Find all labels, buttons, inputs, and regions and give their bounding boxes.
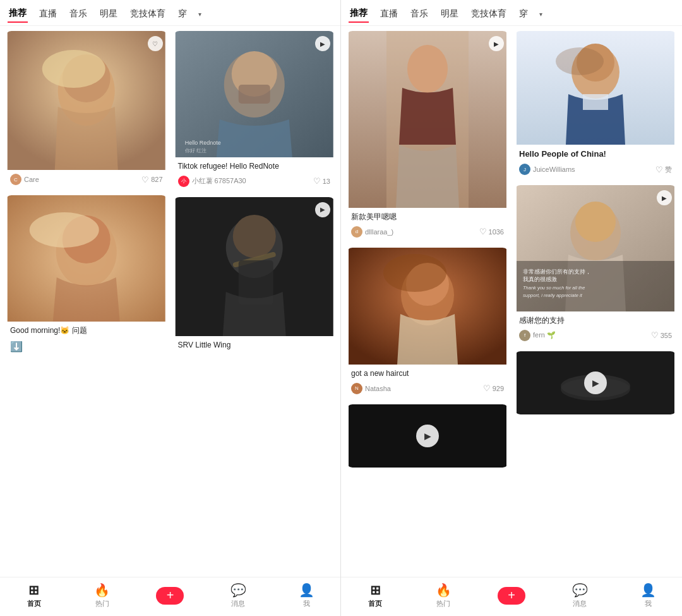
- svg-text:support, i really appreciate i: support, i really appreciate it: [523, 293, 583, 298]
- card-drum-video-wrapper: ▶: [514, 351, 677, 414]
- nav-直播-right[interactable]: 直播: [379, 6, 399, 22]
- card-tall-girl-author: d dlllaraa_): [351, 226, 393, 238]
- card-good-morning[interactable]: Good morning!🐱 问题 ⬇️: [5, 195, 168, 363]
- left-col-2: Hello Rednote 你好 红注 ▶ Tiktok refugee! He…: [173, 31, 336, 363]
- play-btn-dark-left[interactable]: ▶: [416, 425, 439, 447]
- card-good-morning-emoji: ⬇️: [10, 340, 163, 354]
- heart-icon-tall-girl: ♡: [479, 227, 487, 236]
- nav-推荐-right[interactable]: 推荐: [349, 5, 369, 23]
- home-icon-right: ⊞: [370, 583, 381, 598]
- nav-竞技体育-left[interactable]: 竞技体育: [129, 6, 167, 22]
- me-icon-left: 👤: [299, 583, 314, 598]
- card-bearded-man[interactable]: Hello Rednote 你好 红注 ▶ Tiktok refugee! He…: [173, 31, 336, 192]
- left-col-1: ♡ C Care ♡ 827: [5, 31, 168, 363]
- like-area-care[interactable]: ♡ 827: [141, 175, 162, 184]
- nav-穿-left[interactable]: 穿: [177, 6, 188, 22]
- nav-chevron-right[interactable]: ▾: [539, 11, 542, 18]
- svg-text:我真的很感激: 我真的很感激: [523, 276, 557, 282]
- avatar-natasha: N: [351, 383, 362, 394]
- card-haircut[interactable]: got a new haircut N Natasha ♡ 929: [346, 248, 509, 399]
- card-drum-video[interactable]: ▶: [514, 351, 677, 414]
- tab-hot-left[interactable]: 🔥 热门: [68, 583, 136, 608]
- card-hello-china[interactable]: Hello People of China! J JuiceWilliams ♡…: [514, 31, 677, 180]
- card-blonde-girl[interactable]: ♡ C Care ♡ 827: [5, 31, 168, 190]
- nav-推荐-left[interactable]: 推荐: [8, 5, 28, 23]
- nav-穿-right[interactable]: 穿: [518, 6, 529, 22]
- card-hello-china-image: [514, 31, 677, 145]
- play-btn-thank-you[interactable]: ▶: [657, 190, 672, 205]
- tab-me-right[interactable]: 👤 我: [614, 583, 682, 608]
- like-count-haircut: 929: [493, 385, 504, 392]
- avatar-fern: f: [519, 330, 530, 341]
- heart-btn-blonde[interactable]: ♡: [148, 36, 163, 51]
- like-count-bearded: 13: [323, 178, 330, 185]
- like-area-bearded[interactable]: ♡ 13: [313, 176, 330, 186]
- card-blonde-girl-img-wrapper: ♡: [5, 31, 168, 170]
- author-name-dlllaraa: dlllaraa_): [365, 228, 393, 236]
- author-name-juicewilliams: JuiceWilliams: [533, 166, 575, 173]
- like-area-tall-girl[interactable]: ♡ 1036: [479, 227, 504, 236]
- play-btn-drum[interactable]: ▶: [584, 371, 607, 394]
- card-bearded-man-image: Hello Rednote 你好 红注: [173, 31, 336, 157]
- card-thank-you-body: 感谢您的支持 f fern 🌱 ♡ 355: [514, 311, 677, 346]
- card-bearded-man-footer: 小 小红薯 67857A30 ♡ 13: [178, 176, 331, 187]
- play-btn-bearded[interactable]: ▶: [315, 36, 330, 51]
- play-btn-guitar[interactable]: ▶: [315, 202, 330, 217]
- nav-音乐-right[interactable]: 音乐: [409, 6, 429, 22]
- avatar-juicewilliams: J: [519, 164, 530, 175]
- nav-直播-left[interactable]: 直播: [38, 6, 58, 22]
- card-bearded-man-title: Tiktok refugee! Hello RedNote: [178, 161, 331, 172]
- tab-message-right[interactable]: 💬 消息: [546, 583, 614, 608]
- svg-point-3: [42, 50, 105, 88]
- right-tab-bar: ⊞ 首页 🔥 热门 + 💬 消息 👤 我: [341, 577, 682, 616]
- tab-me-left[interactable]: 👤 我: [272, 583, 340, 608]
- card-tall-girl[interactable]: ▶ 新款美甲嗯嗯 d dlllaraa_) ♡ 1036: [346, 31, 509, 243]
- play-btn-tall-girl[interactable]: ▶: [489, 36, 504, 51]
- right-col-2: Hello People of China! J JuiceWilliams ♡…: [514, 31, 677, 468]
- like-area-hello-china[interactable]: ♡ 赞: [655, 165, 672, 174]
- card-tall-girl-body: 新款美甲嗯嗯 d dlllaraa_) ♡ 1036: [346, 208, 509, 243]
- tab-hot-label-left: 热门: [95, 599, 109, 608]
- tab-hot-label-right: 热门: [436, 599, 450, 608]
- like-area-haircut[interactable]: ♡ 929: [483, 383, 504, 393]
- tab-home-left[interactable]: ⊞ 首页: [0, 583, 68, 608]
- tab-message-left[interactable]: 💬 消息: [204, 583, 272, 608]
- card-haircut-image: [346, 248, 509, 365]
- card-good-morning-image: [5, 195, 168, 322]
- card-thank-you-title: 感谢您的支持: [519, 315, 672, 326]
- tab-hot-right[interactable]: 🔥 热门: [409, 583, 477, 608]
- nav-chevron-left[interactable]: ▾: [198, 11, 201, 18]
- nav-音乐-left[interactable]: 音乐: [68, 6, 88, 22]
- card-tall-girl-title: 新款美甲嗯嗯: [351, 212, 504, 222]
- card-good-morning-img-wrapper: [5, 195, 168, 322]
- message-icon-left: 💬: [230, 583, 246, 598]
- card-haircut-body: got a new haircut N Natasha ♡ 929: [346, 365, 509, 399]
- nav-明星-left[interactable]: 明星: [99, 6, 119, 22]
- heart-icon-thank-you: ♡: [651, 330, 659, 340]
- nav-明星-right[interactable]: 明星: [440, 6, 460, 22]
- nav-竞技体育-right[interactable]: 竞技体育: [470, 6, 508, 22]
- author-name-natasha: Natasha: [365, 385, 391, 392]
- card-dark-video-left[interactable]: ▶: [346, 404, 509, 468]
- add-btn-right[interactable]: +: [498, 587, 525, 605]
- card-tall-girl-img-wrapper: ▶: [346, 31, 509, 208]
- card-thank-you[interactable]: 非常感谢你们所有的支持， 我真的很感激 Thank you so much fo…: [514, 185, 677, 346]
- like-count-care: 827: [151, 176, 162, 183]
- tab-home-right[interactable]: ⊞ 首页: [341, 583, 409, 608]
- tab-add-right: +: [477, 587, 546, 605]
- like-area-thank-you[interactable]: ♡ 355: [651, 330, 672, 340]
- tab-home-label-right: 首页: [368, 599, 382, 608]
- tab-add-left: +: [136, 587, 205, 605]
- avatar-dlllaraa: d: [351, 226, 362, 238]
- left-phone: 推荐 直播 音乐 明星 竞技体育 穿 ▾: [0, 0, 341, 616]
- like-count-thank-you: 355: [661, 332, 672, 339]
- card-thank-you-author: f fern 🌱: [519, 330, 556, 341]
- add-btn-left[interactable]: +: [156, 587, 184, 605]
- right-content: ▶ 新款美甲嗯嗯 d dlllaraa_) ♡ 1036: [341, 26, 682, 577]
- right-nav: 推荐 直播 音乐 明星 竞技体育 穿 ▾: [341, 0, 682, 26]
- card-guitar-man[interactable]: ▶ SRV Little Wing: [173, 197, 336, 359]
- svg-point-16: [232, 215, 275, 258]
- card-dark-video-left-wrapper: ▶: [346, 404, 509, 468]
- left-content: ♡ C Care ♡ 827: [0, 26, 340, 577]
- like-label-hello-china: 赞: [665, 165, 672, 174]
